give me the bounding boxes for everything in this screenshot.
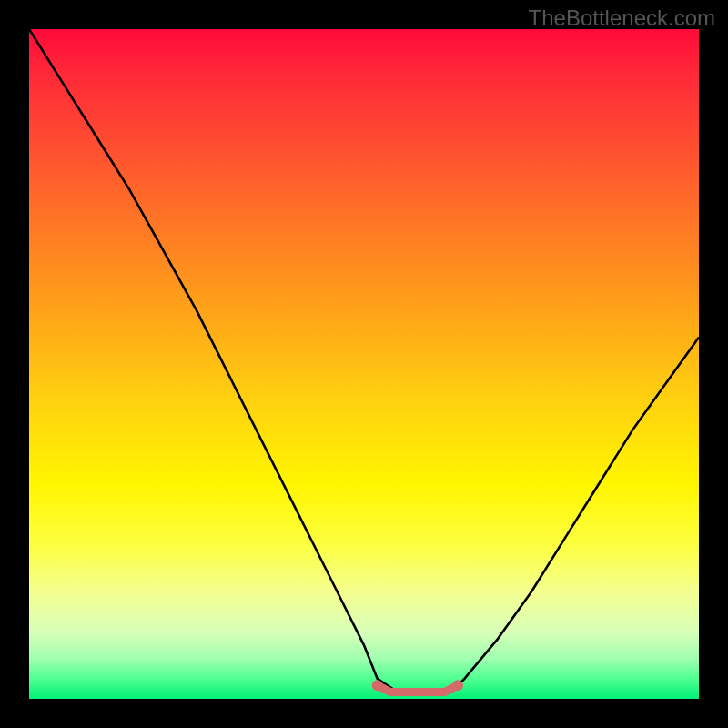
marker-dot [452,680,463,691]
chart-svg [29,29,699,699]
curve-line [29,29,699,693]
watermark-text: TheBottleneck.com [529,5,715,31]
plot-area [29,29,699,699]
marker-dot [372,680,383,691]
